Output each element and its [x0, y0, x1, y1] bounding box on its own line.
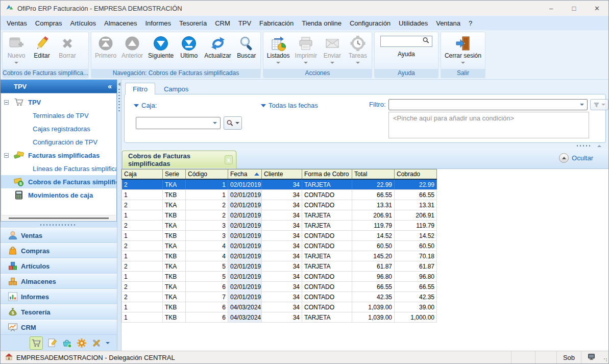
help-search-input[interactable]: [380, 36, 432, 47]
anterior-button[interactable]: Anterior: [119, 33, 145, 68]
filter-funnel-button[interactable]: [590, 99, 608, 110]
siguiente-button[interactable]: Siguiente: [145, 33, 176, 68]
filter-condition-box[interactable]: <Pinche aquí para añadir una condición>: [388, 112, 589, 138]
menu-item[interactable]: Utilidades: [395, 17, 432, 29]
column-header-total[interactable]: Total: [352, 169, 395, 179]
filtro-combobox[interactable]: [388, 99, 588, 110]
ocultar-button[interactable]: Ocultar: [559, 153, 593, 163]
column-header-código[interactable]: Código: [186, 169, 228, 179]
table-row[interactable]: 2TKA602/01/201934CONTADO66.5566.55: [121, 282, 437, 292]
cell-cliente: 34: [262, 180, 302, 189]
sidebar-item-crm[interactable]: CRM: [1, 320, 117, 335]
sidebar-item-compras[interactable]: Compras: [1, 243, 117, 258]
caja-search-button[interactable]: [224, 116, 242, 130]
tareas-button[interactable]: Tareas: [345, 33, 371, 68]
sidebar-item-articulos[interactable]: Artículos: [1, 258, 117, 274]
buscar-button[interactable]: Buscar: [234, 33, 259, 68]
sidebar-splitter[interactable]: [1, 222, 117, 228]
menu-item[interactable]: CRM: [211, 17, 234, 29]
imprimir-button[interactable]: Imprimir: [293, 33, 320, 68]
tab-campos[interactable]: Campos: [156, 83, 196, 94]
table-row[interactable]: 1TKB302/01/201934CONTADO14.5214.52: [121, 231, 437, 241]
tree-horizontal-scrollbar[interactable]: [2, 215, 116, 221]
menu-item[interactable]: Ventana: [432, 17, 465, 29]
menu-item[interactable]: Configuración: [346, 17, 395, 29]
table-row[interactable]: 2TKA402/01/201934CONTADO60.5060.50: [121, 241, 437, 251]
tree-item[interactable]: Líneas de Facturas simplificadas: [1, 162, 116, 175]
tree-expander-icon[interactable]: [4, 153, 9, 158]
caja-combobox[interactable]: [136, 117, 221, 129]
sidebar-item-ventas[interactable]: Ventas: [1, 228, 117, 243]
listados-button[interactable]: Listados: [264, 33, 293, 68]
cell-caja: 2: [121, 180, 163, 189]
basket-quick-icon[interactable]: [61, 337, 72, 349]
tree-item[interactable]: Facturas simplificadas: [1, 149, 116, 162]
tree-item[interactable]: Terminales de TPV: [1, 109, 116, 122]
column-header-forma-de-cobro[interactable]: Forma de Cobro: [302, 169, 352, 179]
table-row[interactable]: 2TKA502/01/201934TARJETA61.8761.87: [121, 261, 437, 272]
nuevo-button[interactable]: Nuevo: [4, 33, 29, 68]
editar-button[interactable]: Editar: [29, 33, 55, 68]
cerrar-sesion-button[interactable]: Cerrar sesión: [442, 33, 484, 68]
resize-grip[interactable]: [601, 351, 608, 363]
ribbon-filler: [488, 32, 607, 78]
table-row[interactable]: 1TKB102/01/201934CONTADO66.5566.55: [121, 190, 437, 200]
column-header-caja[interactable]: Caja: [121, 169, 163, 179]
caja-filter-label[interactable]: Caja:: [134, 102, 157, 109]
table-row[interactable]: 1TKB604/03/202434CONTADO1,039.0039.00: [121, 302, 437, 312]
menu-item[interactable]: Almacenes: [100, 17, 141, 29]
menu-item[interactable]: ?: [465, 17, 476, 29]
tools-quick-icon[interactable]: [91, 337, 102, 349]
tree-item[interactable]: Cajas registradoras: [1, 122, 116, 135]
tree-item[interactable]: Configuración de TPV: [1, 135, 116, 149]
column-header-fecha[interactable]: Fecha: [228, 169, 262, 179]
menu-item[interactable]: Ventas: [3, 17, 31, 29]
maximize-icon[interactable]: □: [563, 1, 586, 16]
tab-filtro[interactable]: Filtro: [125, 83, 155, 94]
dates-filter-label[interactable]: Todas las fechas: [261, 102, 318, 109]
table-row[interactable]: 2TKA702/01/201934CONTADO42.3542.35: [121, 292, 437, 302]
more-icons-dropdown-icon[interactable]: [106, 342, 110, 344]
sidebar-item-almacenes[interactable]: Almacenes: [1, 274, 117, 289]
column-header-cobrado[interactable]: Cobrado: [395, 169, 437, 179]
tree-item[interactable]: Movimientos de caja: [1, 188, 116, 202]
close-tab-icon[interactable]: x: [225, 155, 233, 164]
menu-item[interactable]: TPV: [234, 17, 255, 29]
tpv-quick-icon[interactable]: [30, 336, 43, 350]
menu-item[interactable]: Compras: [31, 17, 66, 29]
tree-item[interactable]: TPV: [1, 95, 116, 109]
close-icon[interactable]: ✕: [586, 1, 608, 16]
menu-item[interactable]: Informes: [141, 17, 175, 29]
actualizar-button[interactable]: Actualizar: [202, 33, 234, 68]
enviar-button[interactable]: Enviar: [320, 33, 345, 68]
table-row[interactable]: 2TKA302/01/201934TARJETA119.79119.79: [121, 221, 437, 231]
table-row[interactable]: 1TKB502/01/201934CONTADO96.8096.80: [121, 272, 437, 282]
scrollbar-thumb[interactable]: [9, 217, 109, 219]
menu-item[interactable]: Artículos: [66, 17, 101, 29]
menu-item[interactable]: Tienda online: [298, 17, 346, 29]
tree-expander-icon[interactable]: [4, 100, 9, 105]
gear-quick-icon[interactable]: [76, 337, 87, 349]
document-tab[interactable]: Cobros de Facturas simplificadas x: [122, 151, 236, 168]
borrar-button[interactable]: Borrar: [55, 33, 80, 68]
column-header-cliente[interactable]: Cliente: [262, 169, 302, 179]
collapse-sidebar-icon[interactable]: «: [108, 82, 112, 90]
table-row[interactable]: 1TKB604/03/202434TARJETA1,039.001,000.00: [121, 312, 437, 323]
menu-item[interactable]: Tesorería: [175, 17, 211, 29]
vertical-splitter[interactable]: [117, 80, 121, 351]
tree-item[interactable]: $Cobros de Facturas simplificadas: [1, 175, 116, 188]
edit-doc-quick-icon[interactable]: [46, 337, 58, 349]
sidebar-item-informes[interactable]: Informes: [1, 289, 117, 304]
column-header-serie[interactable]: Serie: [163, 169, 186, 179]
primero-button[interactable]: Primero: [92, 33, 119, 68]
table-row[interactable]: 1TKB402/01/201934TARJETA145.2070.18: [121, 251, 437, 261]
table-row[interactable]: 1TKB202/01/201934TARJETA206.91206.91: [121, 210, 437, 221]
ultimo-button[interactable]: Ultimo: [176, 33, 202, 68]
minimize-icon[interactable]: –: [540, 1, 563, 16]
table-row[interactable]: 2TKA102/01/201934TARJETA22.9922.99: [121, 180, 437, 190]
horizontal-splitter[interactable]: [121, 143, 608, 149]
cell-forma-de-cobro: CONTADO: [302, 302, 352, 312]
menu-item[interactable]: Fabricación: [255, 17, 298, 29]
sidebar-item-tesoreria[interactable]: $Tesorería: [1, 304, 117, 320]
table-row[interactable]: 2TKA202/01/201934CONTADO13.3113.31: [121, 200, 437, 210]
